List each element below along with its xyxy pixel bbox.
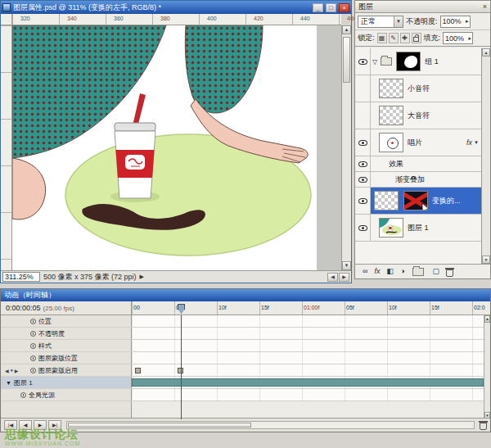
scroll-left-icon[interactable]: ◀ — [327, 273, 338, 282]
document-titlebar[interactable]: 图层属性.psd @ 311% (变换的左手, RGB/8) * _ □ × — [1, 1, 351, 14]
property-label-cell[interactable]: 位置 — [1, 315, 132, 327]
chevron-down-icon[interactable]: ▼ — [394, 16, 403, 27]
scroll-down-icon[interactable]: ▼ — [482, 256, 490, 264]
layer-duration-bar[interactable] — [132, 378, 484, 387]
visibility-toggle[interactable] — [355, 215, 371, 241]
visibility-toggle[interactable] — [355, 129, 371, 156]
timeline-horizontal-scrollbar[interactable] — [66, 421, 475, 429]
layer-row-selected[interactable]: 变换的... — [355, 188, 481, 215]
layer-row[interactable]: 大音符 — [355, 102, 481, 129]
time-ruler[interactable]: 00 05f 10f 15f 01:00f 05f 10f 15f 02:0 — [132, 301, 490, 315]
scroll-up-icon[interactable]: ▲ — [484, 315, 490, 323]
stopwatch-icon[interactable] — [30, 319, 36, 324]
link-layers-icon[interactable]: ∞ — [363, 268, 367, 275]
add-layer-style-icon[interactable]: fx — [374, 268, 380, 275]
lock-all-icon[interactable] — [412, 33, 421, 43]
layer-name[interactable]: 小音符 — [408, 84, 430, 94]
fx-collapse-icon[interactable]: ▼ — [474, 140, 479, 145]
canvas[interactable] — [12, 25, 317, 270]
scroll-up-icon[interactable]: ▲ — [482, 48, 490, 57]
layer-label-cell[interactable]: ▼ 图层 1 — [1, 377, 132, 388]
current-time-display[interactable]: 0:00:00:05 (25.00 fps) — [1, 301, 132, 315]
new-group-icon[interactable] — [412, 268, 424, 276]
panel-close-icon[interactable]: × — [483, 2, 487, 11]
layer-name[interactable]: 唱片 — [408, 138, 422, 148]
stopwatch-icon[interactable] — [30, 355, 36, 361]
group-expand-icon[interactable]: ▽ — [372, 58, 377, 66]
layer-track-row[interactable]: ▼ 图层 1 — [1, 377, 484, 389]
fill-input[interactable]: 100% ▸ — [443, 32, 473, 44]
layer-track[interactable] — [132, 377, 484, 388]
visibility-toggle[interactable] — [355, 102, 371, 129]
blend-mode-dropdown[interactable]: 正常 ▼ — [358, 16, 403, 28]
layer-row-group[interactable]: ▽ 组 1 — [355, 48, 481, 75]
effects-row[interactable]: 效果 — [355, 156, 481, 172]
prev-keyframe-icon[interactable]: ◀ — [5, 368, 9, 373]
property-label-cell[interactable]: 图层蒙版位置 — [1, 352, 132, 364]
opacity-input[interactable]: 100% ▸ — [440, 16, 471, 28]
keyframe[interactable] — [135, 368, 141, 373]
layer-collapse-icon[interactable]: ▼ — [6, 380, 11, 386]
scroll-down-icon[interactable]: ▼ — [342, 261, 351, 270]
effect-item-label[interactable]: 渐变叠加 — [395, 174, 425, 185]
property-track[interactable] — [132, 315, 484, 327]
property-row[interactable]: 不透明度 — [1, 328, 484, 340]
vertical-scrollbar[interactable]: ▲ ▼ — [341, 25, 351, 270]
property-row[interactable]: 图层蒙版位置 — [1, 352, 484, 364]
layer-name[interactable]: 大音符 — [408, 111, 430, 121]
add-layer-mask-icon[interactable]: ◧ — [386, 268, 394, 275]
layer-thumbnail[interactable] — [374, 191, 399, 210]
lock-paint-icon[interactable]: ✎ — [389, 33, 399, 43]
property-track[interactable] — [132, 352, 484, 364]
visibility-toggle[interactable] — [355, 75, 371, 102]
property-label-cell[interactable]: 样式 — [1, 340, 132, 351]
effects-label[interactable]: 效果 — [389, 159, 403, 170]
visibility-toggle[interactable] — [355, 156, 371, 171]
effect-item-row[interactable]: 渐变叠加 — [355, 172, 481, 188]
slider-arrow-icon[interactable]: ▸ — [466, 18, 470, 25]
visibility-toggle[interactable] — [355, 188, 371, 214]
lock-transparency-icon[interactable]: ▦ — [377, 33, 387, 43]
property-label-cell[interactable]: ◀ ♦ ▶ 图层蒙版启用 — [1, 364, 132, 376]
property-label-cell[interactable]: 不透明度 — [1, 328, 132, 339]
layer-row[interactable]: 唱片 fx ▼ — [355, 129, 481, 156]
delete-keyframe-icon[interactable] — [480, 423, 487, 430]
property-row[interactable]: 位置 — [1, 315, 484, 328]
layer-name[interactable]: 图层 1 — [408, 223, 429, 233]
property-track[interactable] — [132, 389, 484, 400]
visibility-toggle[interactable] — [355, 172, 371, 187]
stopwatch-icon[interactable] — [30, 331, 36, 337]
property-row[interactable]: 全局光源 — [1, 389, 484, 401]
stopwatch-icon[interactable] — [30, 368, 36, 373]
adjustment-layer-icon[interactable]: ◑ — [400, 268, 404, 275]
visibility-toggle[interactable] — [355, 48, 371, 75]
layer-name[interactable]: 变换的... — [432, 196, 461, 206]
status-popup-arrow-icon[interactable]: ▶ — [140, 274, 144, 280]
slider-arrow-icon[interactable]: ▸ — [469, 35, 473, 42]
timeline-titlebar[interactable]: 动画（时间轴） — [1, 289, 490, 301]
disabled-mask-thumbnail[interactable] — [403, 191, 428, 210]
layer-thumbnail[interactable] — [379, 79, 403, 98]
layers-scrollbar[interactable]: ▲ ▼ — [481, 48, 490, 264]
stopwatch-icon[interactable] — [20, 392, 26, 398]
stopwatch-icon[interactable] — [30, 343, 36, 349]
layers-tab[interactable]: 图层 — [358, 2, 373, 12]
zoom-level-input[interactable]: 311.25% — [2, 272, 40, 282]
maximize-button[interactable]: □ — [326, 3, 336, 12]
horizontal-scroll-arrows[interactable]: ◀ ▶ — [327, 273, 349, 282]
minimize-button[interactable]: _ — [313, 3, 323, 12]
scroll-up-icon[interactable]: ▲ — [342, 25, 351, 34]
delete-layer-icon[interactable] — [446, 269, 453, 277]
property-track[interactable] — [132, 364, 484, 376]
scrollbar-thumb[interactable] — [68, 423, 251, 428]
keyframe-diamond-icon[interactable]: ♦ — [11, 368, 13, 373]
layer-name[interactable]: 组 1 — [425, 57, 439, 67]
scrollbar-thumb[interactable] — [343, 37, 350, 83]
layer-thumbnail[interactable] — [379, 218, 403, 238]
keyframe-navigator[interactable]: ◀ ♦ ▶ — [5, 368, 18, 373]
next-keyframe-icon[interactable]: ▶ — [15, 368, 19, 373]
layer-thumbnail[interactable] — [379, 133, 403, 152]
group-mask-thumbnail[interactable] — [396, 52, 421, 71]
lock-move-icon[interactable]: ✚ — [400, 33, 410, 43]
property-label-cell[interactable]: 全局光源 — [1, 389, 132, 400]
